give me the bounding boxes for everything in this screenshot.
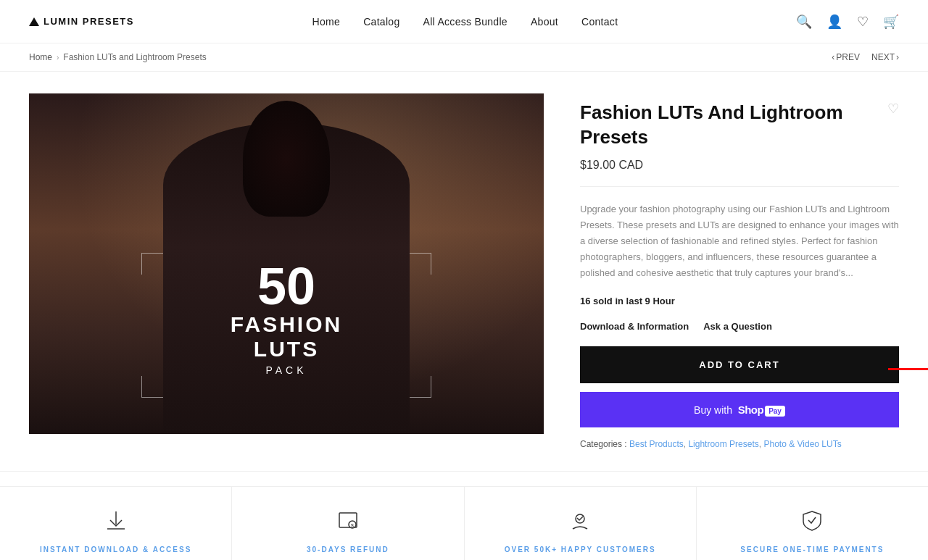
feature-icon-3	[800, 509, 824, 535]
header-icons: 🔍 👤 ♡ 🛒	[796, 14, 899, 30]
overlay-line1: FASHION	[231, 312, 342, 337]
feature-icon-1: $	[336, 509, 360, 535]
product-links: Download & Information Ask a Question	[580, 321, 899, 332]
feature-label-1: 30-DAYS REFUND	[307, 546, 389, 553]
breadcrumb-current: Fashion LUTs and Lightroom Presets	[63, 52, 206, 62]
nav-item-catalog[interactable]: Catalog	[363, 16, 399, 28]
wishlist-button[interactable]: ♡	[887, 101, 899, 117]
model-hair	[243, 101, 330, 217]
breadcrumb-home[interactable]: Home	[29, 52, 52, 62]
feature-icon-2	[568, 509, 592, 535]
feature-item-1: $ 30-DAYS REFUND	[232, 487, 464, 560]
shop-pay-prefix: Buy with	[694, 404, 732, 416]
nav-item-home[interactable]: Home	[312, 16, 341, 28]
product-details: ♡ Fashion LUTs And Lightroom Presets $19…	[580, 93, 899, 449]
logo-text: LUMIN PRESETS	[44, 16, 134, 27]
svg-text:$: $	[351, 523, 354, 528]
account-icon[interactable]: 👤	[826, 14, 842, 30]
feature-icon-0	[104, 509, 128, 535]
product-area-wrapper: 50 FASHION LUTS PACK ♡ Fashion LUTs And …	[0, 72, 928, 472]
categories-list: Best Products, Lightroom Presets, Photo …	[629, 439, 842, 449]
category-link-2[interactable]: Photo & Video LUTs	[763, 439, 841, 449]
overlay-line2: LUTS	[231, 337, 342, 362]
add-to-cart-button[interactable]: ADD TO CART	[580, 346, 899, 383]
product-categories: Categories : Best Products, Lightroom Pr…	[580, 439, 899, 449]
feature-label-3: SECURE ONE-TIME PAYMENTS	[740, 546, 884, 553]
site-header: LUMIN PRESETS HomeCatalogAll Access Bund…	[0, 0, 928, 43]
prev-button[interactable]: ‹ PREV	[832, 52, 860, 62]
category-link-0[interactable]: Best Products	[629, 439, 684, 449]
feature-item-0: INSTANT DOWNLOAD & ACCESS	[0, 487, 232, 560]
overlay-number: 50	[231, 260, 342, 312]
next-button[interactable]: NEXT ›	[871, 52, 899, 62]
product-divider	[580, 186, 899, 187]
ask-question-link[interactable]: Ask a Question	[703, 321, 772, 332]
main-nav: HomeCatalogAll Access BundleAboutContact	[312, 16, 618, 28]
search-icon[interactable]: 🔍	[796, 14, 812, 30]
corner-bracket-tl	[141, 253, 163, 275]
product-area: 50 FASHION LUTS PACK ♡ Fashion LUTs And …	[0, 72, 928, 471]
corner-bracket-bl	[141, 376, 163, 398]
product-title: Fashion LUTs And Lightroom Presets	[580, 101, 899, 150]
corner-bracket-tr	[410, 253, 431, 275]
breadcrumb: Home › Fashion LUTs and Lightroom Preset…	[0, 43, 928, 72]
nav-item-about[interactable]: About	[531, 16, 558, 28]
categories-label: Categories :	[580, 439, 627, 449]
feature-label-2: OVER 50K+ HAPPY CUSTOMERS	[505, 546, 656, 553]
feature-item-2: OVER 50K+ HAPPY CUSTOMERS	[465, 487, 697, 560]
nav-item-contact[interactable]: Contact	[581, 16, 618, 28]
category-link-1[interactable]: Lightroom Presets	[688, 439, 758, 449]
feature-label-0: INSTANT DOWNLOAD & ACCESS	[40, 546, 191, 553]
download-info-link[interactable]: Download & Information	[580, 321, 689, 332]
sold-badge: 16 sold in last 9 Hour	[580, 296, 899, 306]
wishlist-icon[interactable]: ♡	[857, 14, 869, 30]
product-price: $19.00 CAD	[580, 159, 899, 172]
cart-icon[interactable]: 🛒	[883, 14, 899, 30]
overlay-line3: PACK	[231, 364, 342, 376]
image-text-overlay: 50 FASHION LUTS PACK	[231, 260, 342, 376]
feature-item-3: SECURE ONE-TIME PAYMENTS	[697, 487, 928, 560]
breadcrumb-pagination: ‹ PREV NEXT ›	[832, 52, 899, 62]
shop-pay-brand: ShopPay	[735, 404, 785, 416]
logo-triangle-icon	[29, 17, 39, 26]
pay-logo: Pay	[765, 406, 785, 417]
shop-pay-button[interactable]: Buy with ShopPay	[580, 392, 899, 427]
nav-item-all-access-bundle[interactable]: All Access Bundle	[423, 16, 508, 28]
product-description: Upgrade your fashion photography using o…	[580, 201, 899, 281]
features-bar: INSTANT DOWNLOAD & ACCESS $ 30-DAYS REFU…	[0, 486, 928, 560]
site-logo[interactable]: LUMIN PRESETS	[29, 16, 134, 27]
product-image: 50 FASHION LUTS PACK	[29, 93, 544, 434]
product-image-wrapper: 50 FASHION LUTS PACK	[29, 93, 544, 449]
corner-bracket-br	[410, 376, 431, 398]
breadcrumb-chevron-icon: ›	[57, 54, 59, 62]
